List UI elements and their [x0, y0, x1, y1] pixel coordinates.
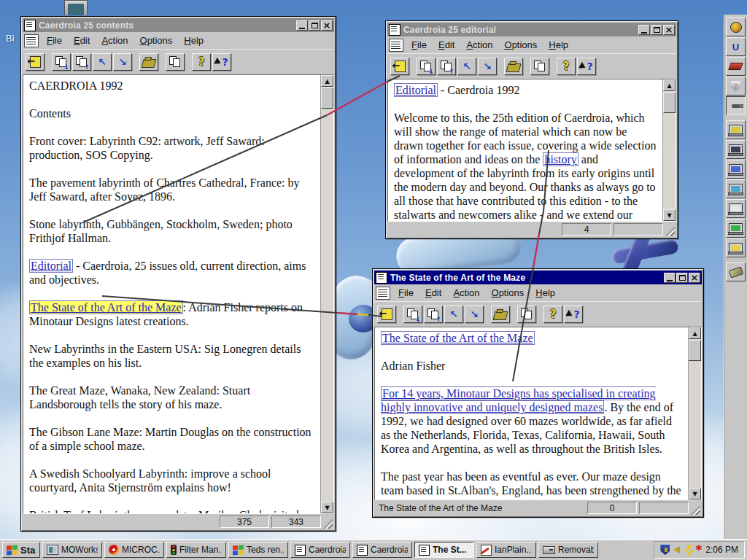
clock[interactable]: 2:06 PM [705, 545, 738, 555]
computer-dark-icon[interactable] [726, 140, 746, 159]
scroll-up-button[interactable]: ▲ [321, 75, 333, 87]
taskbar-button-teds[interactable]: Teds ren... [228, 542, 288, 558]
partial-desktop-icon[interactable] [64, 0, 88, 15]
computer-dollar-icon[interactable] [726, 120, 746, 139]
bug-icon[interactable] [726, 18, 746, 36]
computer-eject-icon[interactable] [726, 199, 746, 218]
hypertext-link[interactable]: The State of the Art of the Maze [381, 331, 535, 345]
titlebar[interactable]: Caerdroia 25 contents × [23, 18, 334, 32]
scrollbar-thumb[interactable] [689, 340, 701, 361]
copy-text-up-button[interactable]: ↑ [72, 53, 91, 71]
vertical-scrollbar[interactable]: ▲ ▼ [662, 79, 676, 221]
context-help-button[interactable]: ? [577, 58, 596, 75]
maximize-button[interactable] [651, 25, 662, 35]
taskbar-button-microcosm[interactable]: MICROC... [104, 542, 164, 558]
scheduler-icon[interactable] [684, 545, 692, 555]
copy-button[interactable] [530, 58, 549, 75]
hypertext-link[interactable]: Editorial [29, 259, 73, 273]
taskbar-button-removable[interactable]: Removab... [538, 542, 598, 558]
open-folder-button[interactable] [139, 53, 158, 71]
menu-options[interactable]: Options [500, 39, 543, 51]
menu-file[interactable]: File [393, 287, 419, 299]
close-button[interactable]: × [321, 20, 333, 31]
menu-action[interactable]: Action [461, 39, 498, 51]
menu-edit[interactable]: Edit [433, 39, 460, 51]
resize-grip[interactable] [665, 227, 675, 236]
maximize-button[interactable] [676, 273, 688, 283]
copy-text-down-button[interactable]: ↓ [52, 53, 71, 71]
minimize-button[interactable] [296, 20, 308, 31]
help-button[interactable]: ? [557, 58, 576, 75]
palmtop-icon[interactable] [726, 262, 746, 281]
make-link-button[interactable]: ↘ [465, 306, 484, 323]
scrollbar-thumb[interactable] [663, 92, 676, 113]
copy-text-up-button[interactable]: ↑ [437, 58, 456, 75]
taskbar-button-caerdroia-1[interactable]: Caerdroia... [290, 542, 350, 558]
make-link-button[interactable]: ↘ [113, 53, 132, 71]
follow-link-button[interactable]: ↖ [444, 306, 463, 323]
start-button[interactable]: Start [2, 542, 40, 558]
scroll-up-button[interactable]: ▲ [663, 79, 676, 91]
scroll-down-button[interactable]: ▼ [321, 502, 333, 513]
maximize-button[interactable] [309, 20, 320, 31]
help-button[interactable]: ? [192, 53, 211, 71]
minimize-button[interactable] [664, 273, 676, 283]
menu-edit[interactable]: Edit [69, 34, 95, 47]
exit-button[interactable] [377, 306, 396, 323]
open-folder-button[interactable] [491, 306, 510, 323]
taskbar-button-filter-manager[interactable]: Filter Man... [166, 542, 226, 558]
magnet-icon[interactable]: U [726, 37, 746, 56]
menu-help[interactable]: Help [179, 34, 209, 47]
open-folder-button[interactable] [504, 58, 523, 75]
vertical-scrollbar[interactable]: ▲ ▼ [320, 75, 333, 513]
titlebar[interactable]: The State of the Art of the Maze × [374, 271, 702, 284]
follow-link-button[interactable]: ↖ [457, 58, 476, 75]
copy-text-up-button[interactable]: ↑ [424, 306, 443, 323]
exit-button[interactable] [390, 58, 409, 75]
taskbar-button-caerdroia-2[interactable]: Caerdroia... [352, 542, 412, 558]
stapler-icon[interactable] [726, 57, 746, 76]
plug-icon[interactable] [726, 96, 746, 115]
menu-action[interactable]: Action [96, 34, 133, 47]
menu-help[interactable]: Help [530, 287, 560, 299]
menu-file[interactable]: File [42, 34, 67, 47]
computer-send-icon[interactable] [726, 160, 746, 179]
follow-link-button[interactable]: ↖ [93, 53, 112, 71]
vertical-scrollbar[interactable]: ▲ ▼ [688, 327, 701, 499]
scroll-down-button[interactable]: ▼ [689, 488, 701, 499]
context-help-button[interactable]: ? [564, 306, 583, 323]
hypertext-link[interactable]: The State of the Art of the Maze [29, 300, 183, 314]
volume-icon[interactable] [673, 546, 680, 553]
menu-action[interactable]: Action [448, 287, 484, 299]
copy-button[interactable] [166, 53, 185, 71]
resize-grip[interactable] [323, 519, 333, 529]
close-button[interactable]: × [663, 25, 675, 35]
minimize-button[interactable] [638, 25, 650, 35]
computer-green-icon[interactable] [726, 219, 746, 238]
menu-edit[interactable]: Edit [420, 287, 446, 299]
menu-options[interactable]: Options [487, 287, 530, 299]
scroll-down-button[interactable]: ▼ [663, 209, 676, 221]
scroll-up-button[interactable]: ▲ [689, 327, 701, 339]
make-link-button[interactable]: ↘ [478, 58, 497, 75]
help-button[interactable]: ? [543, 306, 562, 323]
titlebar[interactable]: Caerdroia 25 editorial × [387, 23, 676, 36]
copy-button[interactable] [517, 306, 536, 323]
hypertext-link[interactable]: history [543, 152, 578, 166]
taskbar-button-the-state[interactable]: The St... [414, 542, 474, 558]
menu-options[interactable]: Options [135, 34, 178, 47]
taskbar-button-moworks[interactable]: MOWorks [42, 542, 102, 558]
copy-text-down-button[interactable]: ↓ [417, 58, 436, 75]
computer-smiley-icon[interactable] [726, 238, 746, 257]
resize-grip[interactable] [691, 505, 700, 515]
computer-globe-icon[interactable] [726, 179, 746, 198]
shield-question-icon[interactable]: ? [726, 77, 746, 96]
taskbar-button-ianplain[interactable]: IanPlain.... [476, 542, 536, 558]
exit-button[interactable] [26, 53, 44, 71]
context-help-button[interactable]: ? [212, 53, 231, 71]
scrollbar-thumb[interactable] [321, 88, 333, 109]
menu-file[interactable]: File [406, 39, 432, 51]
copy-text-down-button[interactable]: ↓ [403, 306, 422, 323]
close-button[interactable]: × [689, 273, 700, 283]
hypertext-link[interactable]: Editorial [394, 83, 438, 97]
